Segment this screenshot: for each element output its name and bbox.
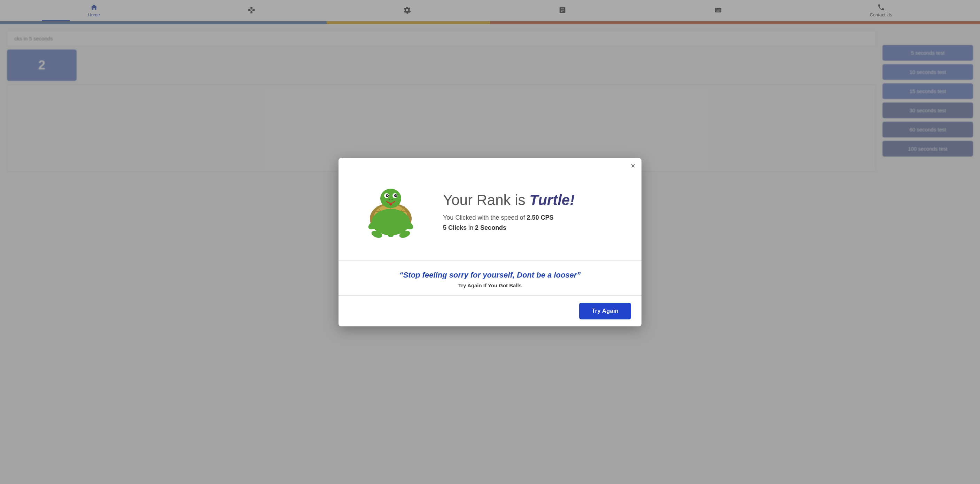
rank-title: Your Rank is Turtle! <box>443 192 620 209</box>
quote-text: “Stop feeling sorry for yourself, Dont b… <box>352 271 628 280</box>
quote-sub: Try Again If You Got Balls <box>352 283 628 288</box>
result-modal: × <box>339 158 641 326</box>
try-again-button[interactable]: Try Again <box>579 303 631 319</box>
rank-value: Turtle! <box>529 192 574 208</box>
cps-line: You Clicked with the speed of 2.50 CPS <box>443 214 620 221</box>
clicks-time: 2 Seconds <box>475 224 506 231</box>
turtle-svg <box>352 173 429 250</box>
svg-point-15 <box>396 195 397 196</box>
cps-text: You Clicked with the speed of <box>443 214 525 221</box>
modal-overlay: × <box>0 0 980 484</box>
modal-top-section: Your Rank is Turtle! You Clicked with th… <box>339 170 641 261</box>
svg-point-22 <box>391 199 393 200</box>
modal-footer: Try Again <box>339 296 641 326</box>
turtle-image <box>352 173 429 250</box>
svg-point-21 <box>389 199 390 200</box>
svg-point-20 <box>388 234 393 237</box>
cps-value: 2.50 CPS <box>527 214 554 221</box>
clicks-in: in <box>468 224 473 231</box>
modal-close-button[interactable]: × <box>631 162 635 170</box>
modal-close-bar: × <box>339 158 641 170</box>
rank-prefix: Your Rank is <box>443 192 525 208</box>
modal-quote-section: “Stop feeling sorry for yourself, Dont b… <box>339 261 641 296</box>
clicks-count: 5 Clicks <box>443 224 467 231</box>
modal-result-section: Your Rank is Turtle! You Clicked with th… <box>443 192 620 232</box>
clicks-line: 5 Clicks in 2 Seconds <box>443 224 620 232</box>
svg-point-14 <box>387 195 388 196</box>
